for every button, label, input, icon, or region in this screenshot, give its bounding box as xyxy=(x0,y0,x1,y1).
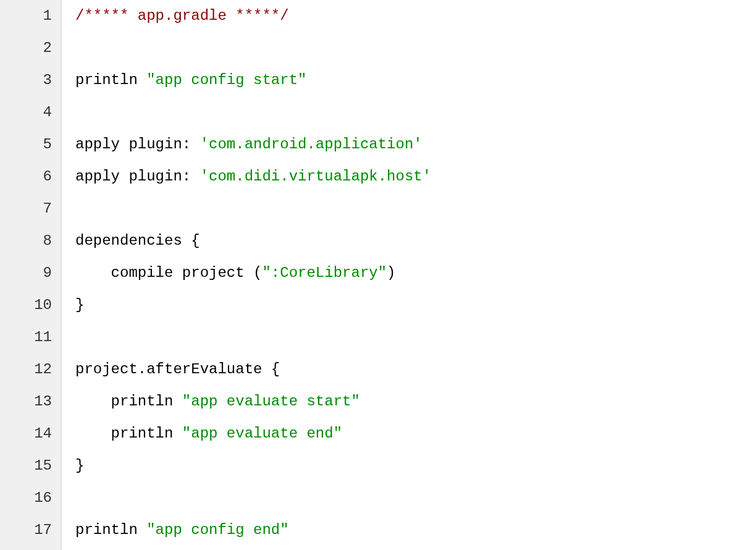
code-line: } xyxy=(75,289,756,321)
line-number: 2 xyxy=(6,32,52,64)
line-number: 6 xyxy=(6,161,52,193)
code-token: dependencies { xyxy=(75,232,200,249)
code-line: apply plugin: 'com.android.application' xyxy=(75,129,756,161)
code-token: "app config end" xyxy=(146,522,288,538)
code-token: ) xyxy=(387,264,395,281)
line-number: 9 xyxy=(6,257,52,289)
line-number: 10 xyxy=(6,289,52,321)
code-line xyxy=(75,96,756,129)
line-number: 16 xyxy=(6,482,52,514)
line-number: 13 xyxy=(6,386,52,418)
code-line xyxy=(75,193,756,225)
code-line: println "app config start" xyxy=(75,64,756,96)
code-token: apply plugin: xyxy=(75,168,200,185)
code-token: 'com.android.application' xyxy=(200,136,422,153)
code-token: "app evaluate end" xyxy=(182,425,342,442)
code-line xyxy=(75,321,756,353)
code-token: } xyxy=(75,297,84,313)
line-number: 17 xyxy=(6,514,52,546)
code-token: ":CoreLibrary" xyxy=(262,264,387,281)
code-token: /***** app.gradle *****/ xyxy=(75,7,289,24)
code-line xyxy=(75,482,756,514)
code-token: 'com.didi.virtualapk.host' xyxy=(200,168,431,185)
code-line: compile project (":CoreLibrary") xyxy=(75,257,756,289)
code-token: project.afterEvaluate { xyxy=(75,361,280,378)
code-token: apply plugin: xyxy=(75,136,200,153)
line-number: 12 xyxy=(6,353,52,386)
line-number: 5 xyxy=(6,129,52,161)
code-line: apply plugin: 'com.didi.virtualapk.host' xyxy=(75,161,756,193)
code-line: /***** app.gradle *****/ xyxy=(75,0,756,32)
code-token: } xyxy=(75,457,84,474)
code-token: compile project ( xyxy=(75,264,262,281)
code-line xyxy=(75,32,756,64)
code-line: dependencies { xyxy=(75,225,756,257)
code-token: "app evaluate start" xyxy=(182,393,360,410)
line-number: 11 xyxy=(6,321,52,353)
line-number: 14 xyxy=(6,418,52,450)
line-number: 8 xyxy=(6,225,52,257)
code-line: println "app evaluate start" xyxy=(75,386,756,418)
code-token: println xyxy=(75,522,146,538)
code-line: } xyxy=(75,450,756,482)
line-number: 7 xyxy=(6,193,52,225)
code-line: project.afterEvaluate { xyxy=(75,353,756,386)
code-token: println xyxy=(75,425,182,442)
code-token: println xyxy=(75,393,182,410)
code-token: "app config start" xyxy=(146,72,306,88)
code-area: /***** app.gradle *****/println "app con… xyxy=(62,0,756,550)
line-number: 15 xyxy=(6,450,52,482)
line-number-gutter: 1234567891011121314151617 xyxy=(0,0,62,550)
line-number: 3 xyxy=(6,64,52,96)
code-line: println "app evaluate end" xyxy=(75,418,756,450)
line-number: 1 xyxy=(6,0,52,32)
code-line: println "app config end" xyxy=(75,514,756,546)
line-number: 4 xyxy=(6,96,52,129)
code-token: println xyxy=(75,72,146,88)
